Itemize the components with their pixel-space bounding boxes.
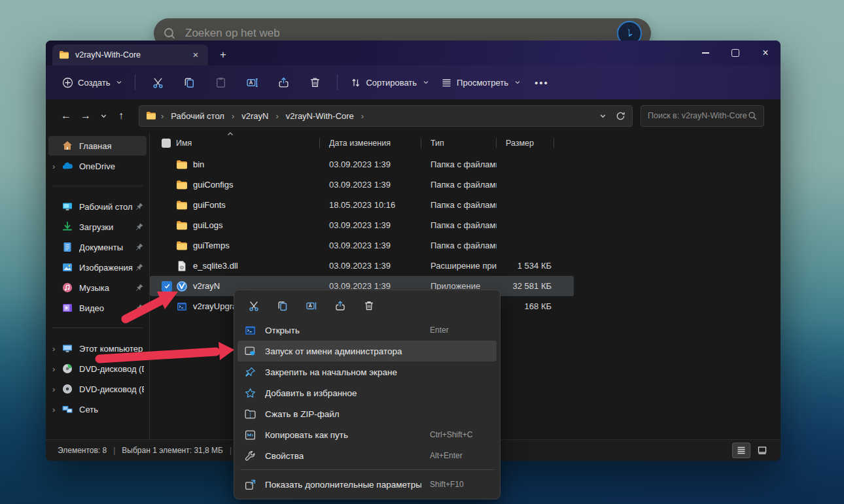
sidebar-item-pictures[interactable]: Изображения (48, 258, 147, 277)
cut-button[interactable] (241, 296, 266, 316)
folder-icon (176, 220, 188, 231)
sidebar-item-downloads[interactable]: Загрузки (48, 217, 147, 237)
file-name: guiLogs (193, 220, 320, 230)
breadcrumb-desktop[interactable]: Рабочий стол (168, 109, 227, 123)
maximize-icon (731, 49, 739, 57)
cut-button[interactable] (145, 71, 170, 93)
delete-button[interactable] (302, 71, 327, 93)
breadcrumb-separator[interactable]: › (232, 111, 234, 121)
menu-item-pin-to-start[interactable]: Закрепить на начальном экране (237, 361, 497, 382)
column-label: Тип (431, 139, 444, 148)
file-type: Папка с файлами (421, 180, 497, 190)
menu-item-add-to-favorites[interactable]: Добавить в избранное (237, 382, 497, 403)
view-button[interactable]: Просмотреть (435, 73, 527, 93)
sidebar-item-label: DVD-дисковод (D:) (79, 364, 144, 374)
share-button[interactable] (328, 296, 353, 316)
expand-chevron-icon[interactable]: › (52, 344, 62, 354)
file-type: Папка с файлами (421, 160, 497, 169)
thumbnails-view-button[interactable] (753, 443, 771, 458)
sort-button[interactable]: Сортировать (344, 73, 435, 93)
minimize-button[interactable] (690, 42, 720, 64)
recent-locations-button[interactable] (96, 106, 111, 126)
view-button-label: Просмотреть (457, 78, 508, 88)
rename-button[interactable] (239, 71, 264, 93)
search-placeholder: Поиск в: v2rayN-With-Core (648, 111, 748, 120)
search-icon (163, 27, 176, 40)
file-row-guilogs[interactable]: guiLogs 03.09.2023 1:39 Папка с файлами (150, 215, 574, 235)
cut-icon (152, 76, 164, 89)
menu-item-open[interactable]: Открыть Enter (237, 320, 497, 341)
sidebar-item-dvd-e[interactable]: › DVD-дисковод (E:) (48, 379, 147, 399)
forward-button[interactable]: → (76, 106, 96, 126)
folder-icon (176, 159, 188, 171)
search-input[interactable]: Поиск в: v2rayN-With-Core (641, 105, 764, 127)
column-header-type[interactable]: Тип (421, 138, 497, 148)
file-row-guifonts[interactable]: guiFonts 18.05.2023 10:16 Папка с файлам… (150, 195, 574, 215)
context-menu: Открыть Enter Запуск от имени администра… (234, 290, 501, 499)
file-row-guiconfigs[interactable]: guiConfigs 03.09.2023 1:39 Папка с файла… (150, 175, 574, 195)
menu-item-run-as-administrator[interactable]: Запуск от имени администратора (237, 341, 497, 361)
delete-button[interactable] (357, 296, 381, 316)
new-button[interactable]: Создать (56, 73, 128, 93)
file-name: e_sqlite3.dll (193, 261, 320, 271)
sidebar-item-onedrive[interactable]: › OneDrive (48, 156, 147, 176)
column-header-date[interactable]: Дата изменения (320, 138, 421, 148)
trash-icon (309, 76, 321, 89)
file-row-bin[interactable]: bin 03.09.2023 1:39 Папка с файлами (150, 154, 574, 175)
breadcrumb-v2rayn-with-core[interactable]: v2rayN-With-Core (283, 109, 357, 123)
maximize-button[interactable] (720, 42, 750, 64)
share-button[interactable] (271, 71, 296, 93)
menu-item-compress-to-zip[interactable]: Сжать в ZIP-файл (237, 403, 497, 424)
menu-item-copy-as-path[interactable]: Копировать как путь Ctrl+Shift+C (237, 424, 497, 445)
new-tab-button[interactable]: + (213, 46, 233, 65)
breadcrumb-separator[interactable]: › (275, 111, 278, 121)
sidebar-item-this-pc[interactable]: › Этот компьютер (48, 339, 147, 358)
share-icon (334, 300, 346, 312)
close-button[interactable]: × (750, 42, 781, 64)
explorer-tab[interactable]: v2rayN-With-Core × (52, 44, 208, 65)
sidebar-item-network[interactable]: › Сеть (48, 399, 147, 419)
address-bar[interactable]: › Рабочий стол › v2rayN › v2rayN-With-Co… (139, 105, 633, 127)
details-view-button[interactable] (732, 443, 750, 458)
expand-chevron-icon[interactable]: › (52, 405, 62, 414)
documents-icon (62, 241, 73, 253)
copy-button[interactable] (270, 296, 295, 316)
sidebar-item-home[interactable]: Главная (48, 136, 147, 156)
copy-button[interactable] (177, 71, 202, 93)
more-options-button[interactable]: ••• (535, 77, 549, 88)
up-button[interactable]: ↑ (111, 106, 131, 126)
sidebar-item-dvd-d[interactable]: › DVD-дисковод (D:) (48, 359, 147, 378)
expand-chevron-icon[interactable]: › (52, 384, 62, 394)
sidebar-item-videos[interactable]: Видео (48, 298, 147, 318)
copy-icon (183, 76, 196, 89)
address-dropdown-icon[interactable] (599, 112, 607, 120)
select-all-checkbox[interactable] (162, 139, 171, 148)
back-button[interactable]: ← (56, 106, 76, 126)
tab-close-icon[interactable]: × (190, 49, 202, 61)
expand-chevron-icon[interactable]: › (52, 364, 62, 374)
network-icon (62, 403, 73, 415)
paste-icon (215, 76, 227, 89)
file-row-dll[interactable]: e_sqlite3.dll 03.09.2023 1:39 Расширение… (150, 256, 574, 276)
refresh-icon[interactable] (616, 111, 625, 121)
file-date: 18.05.2023 10:16 (320, 200, 421, 210)
column-header-size[interactable]: Размер (497, 138, 554, 148)
sidebar-item-documents[interactable]: Документы (48, 237, 147, 257)
close-icon: × (762, 48, 768, 58)
rename-button[interactable] (299, 296, 324, 316)
breadcrumb-v2rayn[interactable]: v2rayN (239, 109, 271, 123)
row-checkbox-checked[interactable] (162, 281, 172, 292)
breadcrumb-separator[interactable]: › (361, 111, 364, 121)
paste-button[interactable] (208, 71, 233, 93)
file-row-guitemps[interactable]: guiTemps 03.09.2023 1:39 Папка с файлами (150, 235, 574, 256)
music-icon (62, 282, 73, 294)
column-header-name[interactable]: Имя (150, 138, 320, 148)
menu-item-properties[interactable]: Свойства Alt+Enter (237, 445, 497, 466)
sidebar-item-desktop[interactable]: Рабочий стол (48, 197, 147, 216)
menu-item-show-more-options[interactable]: Показать дополнительные параметры Shift+… (237, 473, 497, 496)
sidebar-item-music[interactable]: Музыка (48, 278, 147, 297)
file-type: Папка с файлами (421, 220, 497, 230)
menu-item-shortcut: Ctrl+Shift+C (430, 430, 490, 439)
menu-item-shortcut: Enter (430, 326, 490, 335)
expand-chevron-icon[interactable]: › (52, 161, 62, 171)
